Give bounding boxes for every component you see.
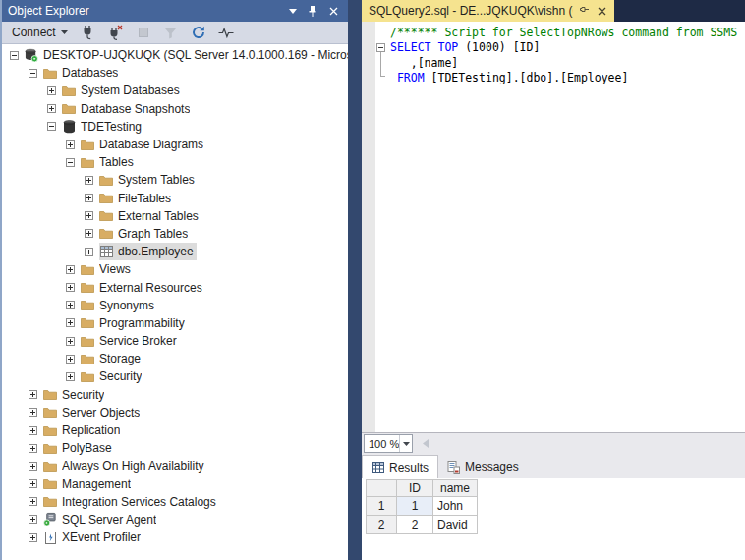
query-document-tab[interactable]: SQLQuery2.sql - DE...JQKUQK\vishn (60))	[362, 0, 614, 22]
grid-cell[interactable]: 1	[397, 497, 433, 516]
tree-item-graph-tables[interactable]: Graph Tables	[2, 225, 348, 243]
expand-icon[interactable]	[66, 372, 75, 381]
code-line: ,[name]	[390, 56, 745, 71]
tree-item-label: Security	[62, 388, 104, 402]
expand-icon[interactable]	[85, 176, 93, 185]
tree-item-tables[interactable]: Tables	[2, 153, 348, 171]
tab-results[interactable]: Results	[362, 455, 438, 478]
tree-item-sql-server-agent[interactable]: SQL Server Agent	[2, 511, 348, 529]
expand-icon[interactable]	[29, 444, 37, 453]
folder-icon	[43, 423, 57, 437]
query-document-window: SQLQuery2.sql - DE...JQKUQK\vishn (60)) …	[362, 0, 745, 560]
tree-item-label: Views	[99, 262, 131, 276]
close-icon[interactable]	[329, 7, 338, 16]
tree-item-replication[interactable]: Replication	[2, 421, 348, 439]
expand-icon[interactable]	[66, 301, 75, 309]
expand-icon[interactable]	[47, 104, 56, 113]
tree-item-integration-services-catalogs[interactable]: Integration Services Catalogs	[2, 493, 348, 511]
tree-item-label: Management	[62, 477, 131, 491]
expand-icon[interactable]	[85, 248, 93, 256]
tree-item-xevent-profiler[interactable]: XEvent Profiler	[2, 529, 348, 546]
editor-indicator-margin	[362, 22, 375, 432]
window-position-chevron-icon[interactable]	[289, 9, 297, 14]
expand-icon[interactable]	[66, 140, 75, 149]
tree-item-external-tables[interactable]: External Tables	[2, 207, 348, 225]
tree-item-filetables[interactable]: FileTables	[2, 190, 348, 207]
chevron-down-icon[interactable]	[399, 435, 412, 452]
tab-messages[interactable]: Messages	[438, 455, 528, 478]
expand-icon[interactable]	[29, 533, 37, 542]
expand-icon[interactable]	[66, 355, 75, 364]
tree-item-server-objects[interactable]: Server Objects	[2, 404, 348, 421]
pin-icon[interactable]	[577, 4, 591, 18]
collapse-icon[interactable]	[47, 122, 56, 131]
grid-column-header[interactable]	[367, 480, 397, 497]
expand-icon[interactable]	[66, 265, 75, 274]
tree-item-external-resources[interactable]: External Resources	[2, 278, 348, 296]
grid-cell[interactable]: John	[433, 497, 478, 516]
tree-item-security[interactable]: Security	[2, 367, 348, 385]
connect-button[interactable]: Connect	[10, 24, 70, 42]
outline-guide-elbow	[380, 71, 385, 77]
stop-icon[interactable]	[135, 24, 152, 42]
expand-icon[interactable]	[66, 337, 75, 346]
tree-item-service-broker[interactable]: Service Broker	[2, 332, 348, 350]
tree-item-databases[interactable]: Databases	[2, 64, 348, 82]
tree-item-label: dbo.Employee	[118, 245, 194, 258]
zoom-level-combobox[interactable]: 100 %	[364, 434, 413, 453]
expand-icon[interactable]	[66, 318, 75, 327]
folder-icon	[99, 227, 113, 241]
tree-item-storage[interactable]: Storage	[2, 350, 348, 367]
xevent-icon	[43, 531, 57, 544]
collapse-icon[interactable]	[10, 51, 19, 60]
tree-item-label: Graph Tables	[118, 227, 188, 241]
expand-icon[interactable]	[85, 229, 93, 238]
expand-icon[interactable]	[85, 194, 93, 202]
connect-plug-icon[interactable]	[80, 24, 97, 42]
object-explorer-titlebar[interactable]: Object Explorer	[2, 0, 348, 22]
expand-icon[interactable]	[29, 426, 37, 435]
grid-cell[interactable]: 2	[397, 516, 433, 534]
expand-icon[interactable]	[85, 211, 93, 220]
tree-item-polybase[interactable]: PolyBase	[2, 439, 348, 457]
expand-icon[interactable]	[29, 390, 37, 399]
refresh-icon[interactable]	[190, 24, 207, 42]
tree-item-synonyms[interactable]: Synonyms	[2, 297, 348, 314]
close-icon[interactable]	[595, 4, 608, 18]
expand-icon[interactable]	[47, 86, 56, 95]
expand-icon[interactable]	[29, 462, 37, 471]
filter-icon[interactable]	[162, 24, 180, 42]
pin-icon[interactable]	[309, 5, 317, 17]
tree-item-system-tables[interactable]: System Tables	[2, 171, 348, 189]
expand-icon[interactable]	[29, 408, 37, 417]
tree-item-tdetesting[interactable]: TDETesting	[2, 118, 348, 136]
tree-item-programmability[interactable]: Programmability	[2, 314, 348, 332]
tree-item-always-on-high-availability[interactable]: Always On High Availability	[2, 457, 348, 475]
hscroll-left-arrow-icon[interactable]	[419, 436, 432, 451]
collapse-icon[interactable]	[66, 158, 75, 167]
tree-item-views[interactable]: Views	[2, 260, 348, 278]
expand-icon[interactable]	[29, 515, 37, 524]
grid-row-header[interactable]: 1	[367, 497, 397, 516]
folder-icon	[99, 192, 113, 205]
tree-item-database-diagrams[interactable]: Database Diagrams	[2, 136, 348, 153]
collapse-region-icon[interactable]	[376, 43, 385, 52]
grid-column-header[interactable]: ID	[397, 480, 433, 497]
tree-item-system-databases[interactable]: System Databases	[2, 82, 348, 99]
sql-code-editor[interactable]: /****** Script for SelectTopNRows comman…	[362, 22, 745, 432]
tree-item-desktop-ujqkuqk-sql-server-14-0-1000-169[interactable]: DESKTOP-UJQKUQK (SQL Server 14.0.1000.16…	[2, 46, 348, 64]
collapse-icon[interactable]	[29, 69, 37, 78]
activity-monitor-icon[interactable]	[217, 24, 235, 42]
grid-column-header[interactable]: name	[433, 480, 478, 497]
tree-item-management[interactable]: Management	[2, 476, 348, 493]
expand-icon[interactable]	[66, 283, 75, 292]
expand-icon[interactable]	[29, 497, 37, 506]
tree-item-security[interactable]: Security	[2, 386, 348, 404]
disconnect-plug-icon[interactable]	[107, 24, 125, 42]
expand-icon[interactable]	[29, 479, 37, 488]
grid-cell[interactable]: David	[433, 516, 478, 534]
tree-item-database-snapshots[interactable]: Database Snapshots	[2, 100, 348, 118]
panel-splitter[interactable]	[348, 0, 362, 560]
tree-item-dbo-employee[interactable]: dbo.Employee	[2, 243, 348, 260]
grid-row-header[interactable]: 2	[367, 516, 397, 534]
